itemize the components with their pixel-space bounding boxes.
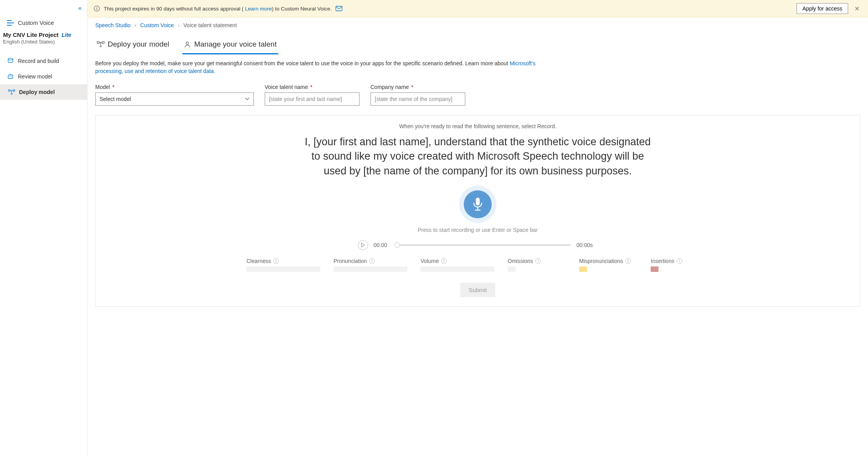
svg-rect-1 bbox=[8, 75, 13, 78]
svg-point-12 bbox=[186, 42, 189, 44]
metric-insertions: Insertions i bbox=[651, 258, 709, 272]
submit-button[interactable]: Submit bbox=[460, 283, 496, 297]
banner-learn-more-link[interactable]: Learn more bbox=[245, 6, 272, 12]
sidebar-collapse[interactable]: « bbox=[0, 2, 87, 14]
deploy-icon bbox=[8, 89, 15, 95]
microphone-icon bbox=[472, 197, 484, 212]
sidebar-item-review-model[interactable]: Review model bbox=[0, 69, 87, 84]
info-icon[interactable]: i bbox=[677, 258, 682, 264]
info-icon bbox=[94, 5, 100, 12]
crumb-current: Voice talent statement bbox=[183, 22, 237, 28]
metric-volume: Volume i bbox=[421, 258, 494, 272]
svg-rect-4 bbox=[9, 90, 10, 91]
svg-rect-13 bbox=[476, 198, 480, 205]
chevron-right-icon: › bbox=[134, 22, 136, 28]
info-icon[interactable]: i bbox=[273, 258, 279, 264]
banner-text: This project expires in 90 days without … bbox=[104, 6, 332, 12]
sidebar: « Custom Voice My CNV Lite Project Lite … bbox=[0, 0, 87, 456]
info-icon[interactable]: i bbox=[369, 258, 375, 264]
metric-bar bbox=[579, 266, 587, 272]
form-row: Model * Select model Voice talent name *… bbox=[87, 77, 868, 109]
tab-label: Deploy your model bbox=[108, 40, 169, 49]
info-icon[interactable]: i bbox=[535, 258, 541, 264]
info-icon[interactable]: i bbox=[441, 258, 447, 264]
svg-rect-10 bbox=[97, 42, 99, 44]
seek-track[interactable] bbox=[396, 244, 571, 246]
tab-deploy-your-model[interactable]: Deploy your model bbox=[95, 37, 171, 54]
metric-bar bbox=[651, 266, 658, 272]
field-company-name: Company name * bbox=[370, 84, 465, 106]
record-button[interactable] bbox=[459, 186, 496, 223]
crumb-custom-voice[interactable]: Custom Voice bbox=[140, 22, 174, 28]
apply-for-access-button[interactable]: Apply for access bbox=[796, 3, 848, 14]
banner-close-icon[interactable]: ✕ bbox=[852, 5, 862, 12]
consent-statement: I, [your first and last name], understan… bbox=[303, 135, 653, 179]
svg-rect-5 bbox=[13, 90, 15, 91]
product-link[interactable]: Custom Voice bbox=[0, 14, 87, 28]
metric-omissions: Omissions i bbox=[508, 258, 566, 272]
play-button[interactable] bbox=[358, 240, 368, 250]
svg-rect-9 bbox=[336, 6, 342, 11]
metric-pronunciation: Pronunciation i bbox=[334, 258, 407, 272]
project-name: My CNV Lite Project bbox=[3, 31, 59, 38]
svg-point-2 bbox=[9, 77, 10, 77]
sidebar-item-label: Deploy model bbox=[19, 89, 55, 95]
current-time: 00:00 bbox=[374, 242, 391, 248]
svg-point-3 bbox=[11, 77, 12, 77]
company-label: Company name * bbox=[370, 84, 465, 90]
project-badge: Lite bbox=[61, 32, 71, 38]
record-hint: Press to start recording or use Enter or… bbox=[107, 227, 848, 233]
breadcrumb: Speech Studio › Custom Voice › Voice tal… bbox=[87, 17, 868, 31]
crumb-speech-studio[interactable]: Speech Studio bbox=[95, 22, 131, 28]
project-locale: English (United States) bbox=[3, 39, 84, 45]
sidebar-item-label: Review model bbox=[18, 73, 52, 80]
deploy-icon bbox=[97, 41, 105, 47]
panel-hint: When you're ready to read the following … bbox=[107, 123, 848, 129]
svg-rect-11 bbox=[102, 42, 104, 44]
sidebar-item-record-and-build[interactable]: Record and build bbox=[0, 53, 87, 69]
chevron-right-icon: › bbox=[178, 22, 180, 28]
banner: This project expires in 90 days without … bbox=[87, 0, 868, 17]
svg-point-7 bbox=[96, 7, 97, 8]
model-label: Model * bbox=[95, 84, 254, 90]
info-icon[interactable]: i bbox=[625, 258, 631, 264]
chevron-down-icon bbox=[245, 97, 250, 101]
metric-mispronunciations: Mispronunciations i bbox=[579, 258, 637, 272]
hamburger-icon bbox=[7, 20, 14, 26]
record-panel: When you're ready to read the following … bbox=[95, 115, 860, 307]
field-voice-talent-name: Voice talent name * bbox=[265, 84, 360, 106]
metrics: Clearness i Pronunciation i Volume i Omi… bbox=[264, 258, 692, 272]
model-select-value: Select model bbox=[100, 96, 131, 102]
chevron-double-left-icon: « bbox=[78, 5, 82, 12]
project-header: My CNV Lite Project Lite English (United… bbox=[0, 28, 87, 49]
seek-thumb[interactable] bbox=[395, 242, 400, 248]
duration: 00:00s bbox=[576, 242, 597, 248]
metric-bar bbox=[246, 266, 320, 272]
main: This project expires in 90 days without … bbox=[87, 0, 868, 456]
mail-icon[interactable] bbox=[335, 6, 342, 11]
metric-bar bbox=[421, 266, 494, 272]
database-icon bbox=[7, 58, 14, 64]
description: Before you deploy the model, make sure y… bbox=[87, 55, 569, 77]
talent-label: Voice talent name * bbox=[265, 84, 360, 90]
tab-label: Manage your voice talent bbox=[194, 40, 276, 49]
svg-point-0 bbox=[8, 58, 13, 60]
audio-player: 00:00 00:00s bbox=[107, 240, 848, 250]
metric-bar bbox=[508, 266, 515, 272]
tab-manage-voice-talent[interactable]: Manage your voice talent bbox=[182, 37, 278, 54]
company-name-input[interactable] bbox=[370, 92, 465, 106]
tabs: Deploy your model Manage your voice tale… bbox=[87, 31, 868, 55]
field-model: Model * Select model bbox=[95, 84, 254, 106]
model-select[interactable]: Select model bbox=[95, 92, 254, 106]
person-icon bbox=[184, 41, 191, 48]
svg-rect-8 bbox=[96, 8, 97, 10]
sidebar-item-label: Record and build bbox=[18, 58, 59, 64]
metric-bar bbox=[334, 266, 407, 272]
product-name: Custom Voice bbox=[18, 19, 54, 26]
metric-clearness: Clearness i bbox=[246, 258, 320, 272]
sidebar-item-deploy-model[interactable]: Deploy model bbox=[0, 84, 87, 100]
voice-talent-name-input[interactable] bbox=[265, 92, 360, 106]
robot-icon bbox=[7, 73, 14, 80]
